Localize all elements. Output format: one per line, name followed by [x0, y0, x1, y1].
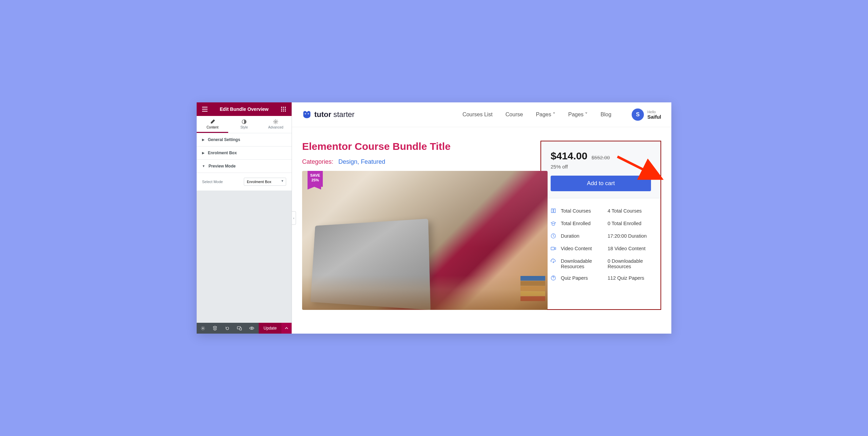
meta-label: Duration: [561, 233, 604, 239]
section-preview-mode-label: Preview Mode: [209, 164, 236, 169]
panel-spacer: [197, 191, 292, 323]
app-frame: Edit Bundle Overview Content Style Advan…: [197, 102, 671, 334]
category-featured[interactable]: Featured: [361, 158, 385, 165]
menu-icon[interactable]: [201, 106, 208, 113]
meta-value: 17:20:00 Duration: [608, 233, 651, 239]
tab-style[interactable]: Style: [228, 116, 260, 133]
meta-label: Total Courses: [561, 208, 604, 214]
user-text: Hello Saiful: [647, 110, 661, 120]
enrolment-price-section: $414.00 $552.00 25% off Add to cart: [541, 141, 660, 198]
preview-icon[interactable]: [245, 323, 258, 334]
chevron-down-icon: ˅: [585, 112, 588, 118]
section-preview-mode[interactable]: ▼ Preview Mode: [197, 160, 292, 173]
tab-content[interactable]: Content: [197, 116, 228, 133]
section-general-label: General Settings: [208, 137, 240, 142]
discount-text: 25% off: [551, 164, 651, 170]
svg-point-11: [202, 328, 203, 329]
categories-label: Categories:: [302, 158, 333, 165]
svg-rect-8: [285, 111, 286, 112]
book-icon: [551, 208, 557, 215]
section-general-settings[interactable]: ▶ General Settings: [197, 133, 292, 146]
tab-advanced-label: Advanced: [268, 125, 283, 129]
download-icon: [551, 258, 557, 265]
user-block[interactable]: S Hello Saiful: [632, 108, 661, 121]
meta-value: 18 Video Content: [608, 246, 651, 251]
meta-total-courses: Total Courses 4 Total Courses: [551, 205, 651, 218]
svg-point-10: [275, 121, 276, 122]
nav-course[interactable]: Course: [506, 112, 523, 118]
meta-label: Video Content: [561, 246, 604, 251]
update-options-button[interactable]: [281, 323, 292, 334]
logo[interactable]: tutor starter: [302, 110, 355, 119]
save-ribbon: SAVE 25%: [308, 171, 323, 187]
clock-icon: [551, 233, 557, 240]
panel-tabs: Content Style Advanced: [197, 116, 292, 133]
nav-blog[interactable]: Blog: [600, 112, 611, 118]
add-to-cart-label: Add to cart: [587, 180, 615, 186]
avatar: S: [632, 108, 644, 121]
meta-total-enrolled: Total Enrolled 0 Total Enrolled: [551, 218, 651, 230]
svg-point-18: [308, 114, 309, 114]
user-name: Saiful: [647, 114, 661, 120]
collapse-panel-handle[interactable]: ‹: [292, 211, 296, 225]
page-content: Elementor Course Bundle Title Categories…: [292, 127, 671, 310]
enrolment-box: $414.00 $552.00 25% off Add to cart Tota…: [540, 141, 661, 310]
meta-value: 112 Quiz Papers: [608, 275, 651, 281]
owl-icon: [302, 111, 312, 119]
contrast-icon: [242, 119, 246, 124]
price-row: $414.00 $552.00: [551, 150, 651, 162]
select-mode-dropdown[interactable]: Enrolment Box: [244, 178, 286, 186]
categories-row: Categories: Design, Featured: [302, 158, 530, 165]
svg-point-14: [251, 328, 252, 329]
chevron-down-icon: ˅: [553, 112, 555, 118]
responsive-icon[interactable]: [233, 323, 245, 334]
svg-point-17: [305, 114, 306, 114]
tab-advanced[interactable]: Advanced: [260, 116, 292, 133]
ribbon-text-1: SAVE: [310, 173, 320, 178]
meta-label: Quiz Papers: [561, 275, 604, 281]
quiz-icon: [551, 275, 557, 282]
page-title: Elementor Course Bundle Title: [302, 141, 530, 152]
history-icon[interactable]: [221, 323, 233, 334]
update-button-label: Update: [263, 326, 277, 331]
category-design[interactable]: Design: [338, 158, 357, 165]
logo-text: tutor starter: [314, 110, 355, 119]
user-greeting: Hello: [647, 110, 661, 114]
nav-pages-2[interactable]: Pages ˅: [568, 112, 588, 118]
widgets-icon[interactable]: [280, 106, 287, 113]
graduation-icon: [551, 221, 557, 227]
svg-rect-2: [285, 107, 286, 108]
svg-rect-0: [281, 107, 282, 108]
panel-footer: Update: [197, 323, 292, 334]
settings-icon[interactable]: [197, 323, 209, 334]
svg-rect-20: [551, 247, 554, 250]
svg-rect-1: [283, 107, 284, 108]
select-mode-label: Select Mode: [202, 180, 223, 184]
add-to-cart-button[interactable]: Add to cart: [551, 176, 651, 191]
section-enrolment-box[interactable]: ▶ Enrolment Box: [197, 146, 292, 160]
svg-rect-4: [283, 109, 284, 110]
tab-style-label: Style: [240, 125, 248, 129]
svg-rect-3: [281, 109, 282, 110]
nav-pages-1[interactable]: Pages ˅: [536, 112, 555, 118]
svg-rect-7: [283, 111, 284, 112]
panel-header: Edit Bundle Overview: [197, 102, 292, 116]
preview-mode-body: Select Mode Enrolment Box: [197, 173, 292, 191]
update-button[interactable]: Update: [259, 323, 281, 334]
gear-icon: [273, 119, 278, 124]
section-enrolment-label: Enrolment Box: [208, 151, 237, 155]
meta-value: 0 Downloadable Resources: [608, 258, 651, 269]
video-icon: [551, 246, 557, 252]
nav-courses-list[interactable]: Courses List: [462, 112, 493, 118]
meta-value: 0 Total Enrolled: [608, 221, 651, 226]
meta-duration: Duration 17:20:00 Duration: [551, 230, 651, 243]
ribbon-text-2: 25%: [310, 178, 320, 182]
navigator-icon[interactable]: [209, 323, 221, 334]
chevron-right-icon: ▶: [202, 151, 204, 155]
content-left: Elementor Course Bundle Title Categories…: [302, 141, 530, 310]
svg-rect-5: [285, 109, 286, 110]
price-original: $552.00: [591, 155, 610, 160]
tab-content-label: Content: [206, 125, 218, 129]
course-meta-list: Total Courses 4 Total Courses Total Enro…: [541, 198, 660, 292]
site-header: tutor starter Courses List Course Pages …: [292, 102, 671, 127]
